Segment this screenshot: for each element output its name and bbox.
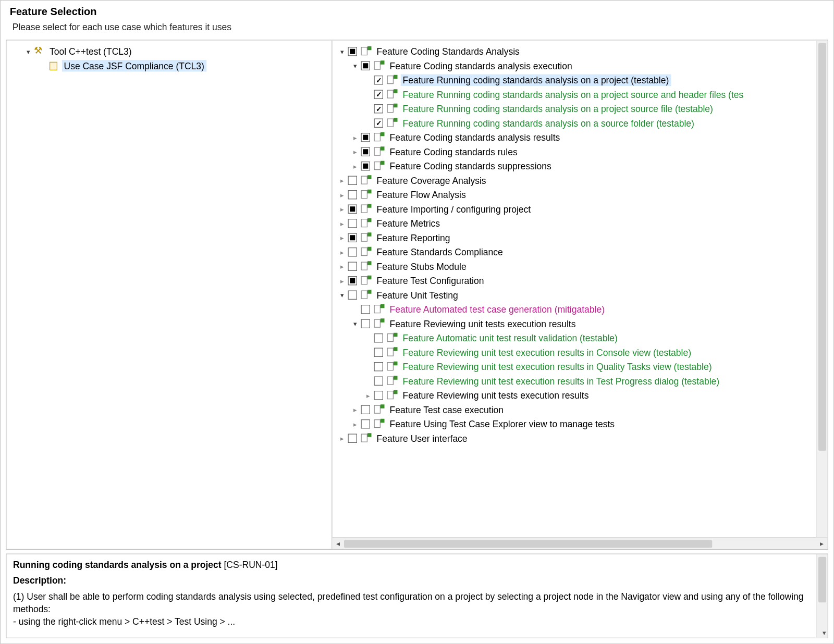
- feature-icon: [361, 247, 372, 257]
- checkbox-unchecked[interactable]: [348, 291, 358, 300]
- chevron-right-icon[interactable]: [351, 406, 360, 413]
- checkbox-partial[interactable]: [361, 147, 371, 157]
- checkbox-unchecked[interactable]: [374, 348, 384, 357]
- checkbox-checked[interactable]: [374, 90, 384, 100]
- feature-metrics[interactable]: Feature Metrics: [338, 216, 825, 231]
- feature-coding-standards-analysis[interactable]: Feature Coding Standards Analysis: [338, 44, 825, 59]
- checkbox-unchecked[interactable]: [374, 391, 384, 400]
- scrollbar-thumb[interactable]: [818, 557, 826, 603]
- feature-reporting[interactable]: Feature Reporting: [338, 231, 825, 245]
- scroll-down-icon[interactable]: ▾: [823, 629, 826, 637]
- chevron-right-icon[interactable]: [338, 249, 347, 256]
- feature-csa-results[interactable]: Feature Coding standards analysis result…: [351, 130, 825, 145]
- checkbox-unchecked[interactable]: [348, 219, 358, 228]
- feature-csa-suppressions[interactable]: Feature Coding standards suppressions: [351, 159, 825, 174]
- checkbox-partial[interactable]: [361, 61, 371, 71]
- scroll-right-icon[interactable]: ▸: [816, 538, 828, 549]
- usecase-icon: [48, 61, 59, 71]
- feature-icon: [361, 176, 372, 185]
- chevron-down-icon[interactable]: [338, 48, 347, 55]
- feature-review-console[interactable]: Feature Reviewing unit test execution re…: [364, 345, 825, 360]
- feature-test-case-explorer[interactable]: Feature Using Test Case Explorer view to…: [351, 417, 825, 431]
- scrollbar-thumb[interactable]: [818, 43, 826, 451]
- checkbox-partial[interactable]: [348, 276, 358, 286]
- right-pane-wrap: Feature Coding Standards Analysis Featur…: [333, 41, 828, 549]
- feature-csa-run-src-folder[interactable]: Feature Running coding standards analysi…: [364, 116, 825, 131]
- feature-icon: [361, 205, 372, 214]
- chevron-right-icon[interactable]: [351, 163, 360, 170]
- feature-test-case-execution[interactable]: Feature Test case execution: [351, 403, 825, 417]
- feature-tree[interactable]: Feature Coding Standards Analysis Featur…: [335, 44, 825, 445]
- checkbox-unchecked[interactable]: [361, 419, 371, 429]
- chevron-right-icon[interactable]: [338, 205, 347, 213]
- feature-csa-run-project-src[interactable]: Feature Running coding standards analysi…: [364, 102, 825, 116]
- chevron-down-icon[interactable]: [351, 320, 360, 327]
- checkbox-partial[interactable]: [348, 205, 358, 214]
- page-subtitle: Please select for each use case which fe…: [10, 21, 825, 32]
- chevron-right-icon[interactable]: [338, 234, 347, 241]
- checkbox-unchecked[interactable]: [348, 190, 358, 200]
- scrollbar-thumb[interactable]: [344, 540, 712, 548]
- checkbox-unchecked[interactable]: [348, 262, 358, 271]
- checkbox-partial[interactable]: [348, 233, 358, 243]
- feature-reviewing-unit-results-more[interactable]: Feature Reviewing unit tests execution r…: [364, 388, 825, 403]
- chevron-down-icon[interactable]: [351, 62, 360, 69]
- feature-auto-testcase-gen[interactable]: Feature Automated test case generation (…: [351, 302, 825, 317]
- chevron-right-icon[interactable]: [351, 134, 360, 141]
- checkbox-partial[interactable]: [348, 47, 358, 56]
- feature-user-interface[interactable]: Feature User interface: [338, 431, 825, 446]
- feature-review-test-progress[interactable]: Feature Reviewing unit test execution re…: [364, 374, 825, 389]
- checkbox-unchecked[interactable]: [348, 247, 358, 257]
- usecase-tree[interactable]: Tool C++test (TCL3) Use Case JSF Complia…: [9, 44, 329, 73]
- feature-stubs-module[interactable]: Feature Stubs Module: [338, 259, 825, 274]
- chevron-right-icon[interactable]: [338, 263, 347, 270]
- chevron-right-icon[interactable]: [338, 177, 347, 184]
- feature-csa-execution[interactable]: Feature Coding standards analysis execut…: [351, 59, 825, 73]
- chevron-right-icon[interactable]: [364, 392, 373, 399]
- feature-review-quality-tasks[interactable]: Feature Reviewing unit test execution re…: [364, 360, 825, 374]
- chevron-right-icon[interactable]: [338, 191, 347, 199]
- feature-csa-run-project[interactable]: Feature Running coding standards analysi…: [364, 73, 825, 88]
- checkbox-unchecked[interactable]: [348, 176, 358, 185]
- feature-test-configuration[interactable]: Feature Test Configuration: [338, 274, 825, 288]
- feature-unit-testing[interactable]: Feature Unit Testing: [338, 288, 825, 303]
- feature-standards-compliance[interactable]: Feature Standards Compliance: [338, 245, 825, 259]
- chevron-right-icon[interactable]: [338, 277, 347, 284]
- tree-item-tool[interactable]: Tool C++test (TCL3): [23, 44, 329, 59]
- checkbox-unchecked[interactable]: [361, 319, 371, 329]
- checkbox-unchecked[interactable]: [374, 377, 384, 386]
- tree-item-usecase[interactable]: Use Case JSF Compliance (TCL3): [38, 59, 329, 73]
- feature-coverage-analysis[interactable]: Feature Coverage Analysis: [338, 174, 825, 188]
- feature-label: Feature Coding standards rules: [388, 146, 520, 158]
- checkbox-partial[interactable]: [361, 133, 371, 142]
- feature-csa-rules[interactable]: Feature Coding standards rules: [351, 145, 825, 159]
- scrollbar-track[interactable]: [344, 538, 816, 549]
- feature-auto-unit-result-validation[interactable]: Feature Automatic unit test result valid…: [364, 331, 825, 345]
- horizontal-scrollbar[interactable]: ◂ ▸: [333, 537, 828, 549]
- feature-importing[interactable]: Feature Importing / configuring project: [338, 202, 825, 217]
- feature-label: Feature Reviewing unit tests execution r…: [388, 318, 578, 330]
- feature-icon: [361, 262, 372, 271]
- feature-csa-run-project-src-hdr[interactable]: Feature Running coding standards analysi…: [364, 88, 825, 102]
- checkbox-partial[interactable]: [361, 162, 371, 171]
- checkbox-unchecked[interactable]: [374, 333, 384, 343]
- feature-flow-analysis[interactable]: Feature Flow Analysis: [338, 188, 825, 202]
- scroll-left-icon[interactable]: ◂: [333, 538, 345, 549]
- checkbox-checked[interactable]: [374, 76, 384, 85]
- checkbox-unchecked[interactable]: [374, 362, 384, 371]
- chevron-down-icon[interactable]: [338, 291, 347, 299]
- chevron-right-icon[interactable]: [338, 435, 347, 442]
- checkbox-checked[interactable]: [374, 119, 384, 128]
- checkbox-checked[interactable]: [374, 104, 384, 114]
- chevron-down-icon[interactable]: [23, 48, 33, 55]
- checkbox-unchecked[interactable]: [348, 434, 358, 443]
- vertical-scrollbar[interactable]: ▴ ▾: [816, 554, 828, 638]
- chevron-right-icon[interactable]: [338, 220, 347, 227]
- vertical-scrollbar[interactable]: [816, 41, 828, 538]
- chevron-right-icon[interactable]: [351, 148, 360, 155]
- feature-reviewing-unit-results[interactable]: Feature Reviewing unit tests execution r…: [351, 317, 825, 331]
- checkbox-unchecked[interactable]: [361, 305, 371, 314]
- chevron-right-icon[interactable]: [351, 420, 360, 428]
- checkbox-unchecked[interactable]: [361, 405, 371, 415]
- description-section-heading: Description:: [13, 575, 821, 586]
